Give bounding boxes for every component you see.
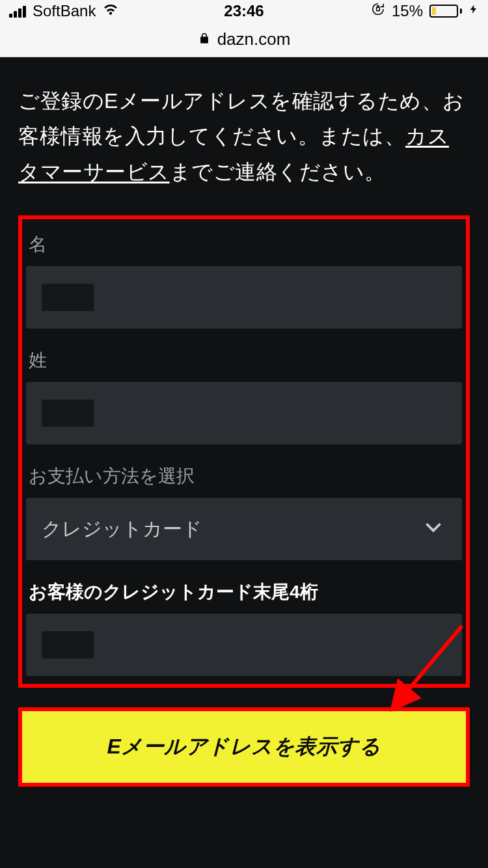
- orientation-lock-icon: [371, 2, 385, 20]
- svg-rect-0: [377, 7, 380, 11]
- first-name-group: 名: [22, 232, 466, 348]
- intro-text: ご登録のEメールアドレスを確認するため、お客様情報を入力してください。または、カ…: [18, 83, 470, 189]
- wifi-icon: [102, 1, 119, 21]
- address-domain: dazn.com: [217, 29, 291, 49]
- redacted-value: [42, 631, 94, 658]
- browser-address-bar[interactable]: dazn.com: [0, 22, 488, 57]
- annotation-arrow-icon: [364, 619, 481, 730]
- cc-last4-label: お客様のクレジットカード末尾4桁: [26, 580, 462, 604]
- charging-bolt-icon: [468, 1, 479, 21]
- redacted-value: [42, 400, 94, 427]
- redacted-value: [42, 284, 94, 311]
- carrier-label: SoftBank: [33, 2, 96, 20]
- payment-method-select[interactable]: クレジットカード: [26, 498, 462, 560]
- battery-icon: [429, 5, 462, 18]
- svg-line-1: [394, 626, 462, 707]
- last-name-label: 姓: [26, 348, 462, 373]
- first-name-input[interactable]: [26, 266, 462, 329]
- payment-method-label: お支払い方法を選択: [26, 464, 462, 489]
- chevron-down-icon: [422, 515, 445, 543]
- ios-status-bar: SoftBank 23:46 15%: [0, 0, 488, 22]
- intro-post: までご連絡ください。: [170, 160, 386, 183]
- form-highlight-box: 名 姓 お支払い方法を選択 クレジットカード お客様のクレジットカード末尾4桁: [18, 215, 470, 688]
- intro-pre: ご登録のEメールアドレスを確認するため、お客様情報を入力してください。または、: [18, 89, 465, 148]
- last-name-input[interactable]: [26, 382, 462, 444]
- first-name-label: 名: [26, 232, 462, 257]
- payment-method-selected: クレジットカード: [42, 516, 202, 543]
- battery-percent: 15%: [392, 2, 423, 20]
- last-name-group: 姓: [22, 348, 466, 464]
- lock-icon: [198, 29, 211, 49]
- cellular-signal-icon: [9, 5, 26, 18]
- payment-method-group: お支払い方法を選択 クレジットカード: [22, 464, 466, 580]
